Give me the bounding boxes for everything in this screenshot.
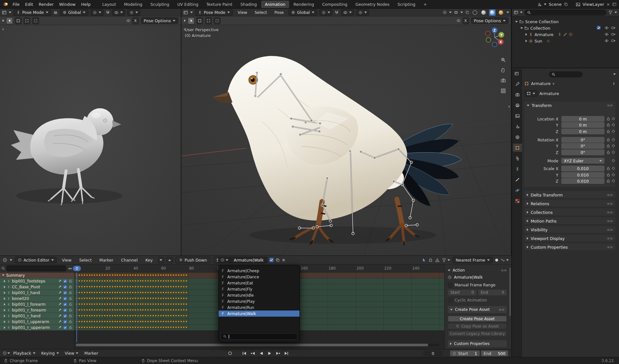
collapsed-menus-icon[interactable]: ≡ bbox=[54, 10, 58, 15]
auto-keying-toggle[interactable] bbox=[228, 351, 232, 355]
lock-icon[interactable] bbox=[606, 138, 610, 142]
action-panel-header[interactable]: Action≡≡ bbox=[448, 267, 507, 273]
shading-solid-button[interactable] bbox=[480, 9, 487, 16]
lock-icon[interactable] bbox=[69, 314, 72, 318]
transform-panel-header[interactable]: Transform≡≡ bbox=[524, 101, 615, 109]
channel-row[interactable]: bip001_r_upperarm bbox=[0, 325, 74, 330]
dropdown-search-input[interactable] bbox=[221, 333, 297, 340]
shading-wireframe-button[interactable] bbox=[472, 9, 478, 16]
pin-icon[interactable] bbox=[7, 303, 10, 306]
play-reverse-button[interactable] bbox=[257, 350, 265, 357]
tab-world[interactable] bbox=[513, 133, 522, 141]
lock-icon[interactable] bbox=[606, 167, 610, 170]
pin-icon[interactable] bbox=[7, 280, 10, 283]
menu-item-action[interactable]: FArmature|Dance bbox=[219, 274, 300, 280]
snap-mode-dropdown[interactable]: Nearest Frame bbox=[453, 257, 493, 263]
rotation-y-field[interactable]: 0° bbox=[561, 143, 604, 149]
lock-icon[interactable] bbox=[69, 320, 72, 323]
new-scene-icon[interactable] bbox=[564, 2, 568, 6]
render-visibility-icon[interactable] bbox=[611, 26, 615, 30]
animate-dot-icon[interactable] bbox=[612, 144, 615, 148]
editor-type-chevron-icon[interactable] bbox=[7, 352, 10, 354]
animate-dot-icon[interactable] bbox=[612, 123, 615, 127]
collection-checkbox[interactable] bbox=[597, 26, 601, 30]
menu-item-action[interactable]: FArmature|Play bbox=[219, 298, 300, 304]
menu-keying[interactable]: Keying bbox=[39, 351, 62, 356]
editor-type-icon[interactable] bbox=[2, 10, 6, 15]
camera-view-icon[interactable] bbox=[500, 77, 507, 84]
select-mode-subtract-button[interactable] bbox=[205, 17, 212, 24]
frame-end-field[interactable]: End0 bbox=[478, 290, 507, 295]
unlink-action-icon[interactable]: × bbox=[282, 257, 286, 263]
push-down-button[interactable]: Push Down bbox=[175, 257, 211, 263]
editor-type-icon[interactable] bbox=[183, 10, 188, 15]
lock-icon[interactable] bbox=[69, 308, 72, 312]
pivot-dropdown[interactable] bbox=[91, 9, 103, 16]
workspace-tab-sculpting[interactable]: Sculpting bbox=[147, 1, 173, 8]
filter-dropdown[interactable] bbox=[442, 258, 450, 262]
modifier-wrench-icon[interactable] bbox=[58, 314, 62, 318]
shading-rendered-button[interactable] bbox=[498, 9, 504, 16]
pin-icon[interactable] bbox=[7, 291, 10, 294]
animate-dot-icon[interactable] bbox=[612, 173, 615, 177]
orientation-dropdown[interactable]: Global bbox=[289, 9, 317, 16]
properties-search-input[interactable] bbox=[549, 72, 583, 77]
scale-x-field[interactable]: 0.010 bbox=[561, 166, 604, 171]
create-pose-asset-panel-header[interactable]: Create Pose Asset≡≡ bbox=[448, 306, 507, 313]
rotation-x-field[interactable]: 0° bbox=[561, 137, 604, 143]
menu-item-action[interactable]: FArmature|Fly bbox=[219, 286, 300, 292]
sidebar-collapse-icon[interactable] bbox=[508, 105, 510, 108]
viewlayer-close-icon[interactable]: × bbox=[606, 2, 610, 7]
outliner-row-sun[interactable]: Sun bbox=[512, 38, 619, 44]
play-button[interactable] bbox=[266, 350, 273, 357]
channel-enable-checkbox[interactable] bbox=[63, 314, 67, 318]
workspace-tab-layout[interactable]: Layout bbox=[98, 1, 120, 8]
tab-render[interactable] bbox=[513, 91, 522, 99]
overlays-icon[interactable] bbox=[454, 10, 458, 14]
menu-item-action[interactable]: FArmature|Run bbox=[219, 304, 300, 311]
render-visibility-icon[interactable] bbox=[611, 39, 615, 43]
viewport-left[interactable]: Pose Mode ≡ Global X Pose Options bbox=[0, 9, 181, 255]
panel-delta-transform[interactable]: Delta Transform≡≡ bbox=[524, 191, 616, 198]
region-collapse-icon[interactable] bbox=[2, 28, 4, 31]
panel-collections[interactable]: Collections≡≡ bbox=[524, 208, 616, 216]
action-name[interactable]: Armature|Walk bbox=[231, 258, 267, 263]
menu-view[interactable]: View bbox=[59, 258, 74, 263]
editor-type-icon[interactable] bbox=[3, 258, 7, 262]
tab-output[interactable] bbox=[513, 101, 522, 109]
tab-view-layer[interactable] bbox=[513, 112, 522, 120]
location-z-field[interactable]: 0 m bbox=[561, 129, 604, 134]
previous-keyframe-button[interactable] bbox=[249, 350, 257, 357]
modifier-wrench-icon[interactable] bbox=[58, 302, 62, 306]
render-display-icon[interactable] bbox=[612, 2, 616, 6]
panel-visibility[interactable]: Visibility≡≡ bbox=[524, 225, 616, 233]
cyclic-animation-checkbox[interactable] bbox=[448, 298, 452, 302]
editor-mode-dropdown[interactable]: Action Editor bbox=[15, 257, 57, 263]
menu-item-action[interactable]: FArmature|Idle bbox=[219, 292, 300, 298]
proportional-edit-dropdown[interactable] bbox=[356, 9, 369, 16]
lock-icon[interactable] bbox=[69, 297, 72, 300]
pose-options-dropdown[interactable]: Pose Options bbox=[141, 17, 178, 24]
light-data-icon[interactable] bbox=[546, 39, 550, 43]
scale-z-field[interactable]: 0.010 bbox=[561, 178, 604, 184]
jump-to-start-button[interactable] bbox=[241, 350, 248, 357]
viewlayer-icon[interactable] bbox=[576, 2, 580, 7]
lock-icon[interactable] bbox=[606, 150, 610, 154]
mode-dropdown[interactable]: Pose Mode bbox=[195, 9, 233, 16]
proportional-edit-dropdown[interactable] bbox=[127, 9, 140, 16]
modifier-wrench-icon[interactable] bbox=[58, 279, 62, 283]
tab-physics[interactable] bbox=[513, 186, 522, 194]
scene-name[interactable]: Scene bbox=[549, 2, 562, 7]
tab-texture[interactable] bbox=[513, 197, 522, 205]
editor-type-chevron-icon[interactable] bbox=[9, 12, 11, 13]
lock-icon[interactable] bbox=[69, 285, 72, 289]
jump-to-end-button[interactable] bbox=[282, 350, 290, 357]
animate-dot-icon[interactable] bbox=[612, 130, 615, 133]
modifier-wrench-icon[interactable] bbox=[58, 297, 62, 300]
select-mode-new-button[interactable] bbox=[6, 17, 13, 24]
blender-logo-icon[interactable] bbox=[3, 2, 8, 7]
workspace-tab-rendering[interactable]: Rendering bbox=[290, 1, 318, 8]
editor-type-chevron-icon[interactable] bbox=[10, 259, 12, 261]
menu-item-action-selected[interactable]: FArmature|Walk bbox=[219, 311, 300, 317]
editor-type-chevron-icon[interactable] bbox=[520, 12, 523, 13]
